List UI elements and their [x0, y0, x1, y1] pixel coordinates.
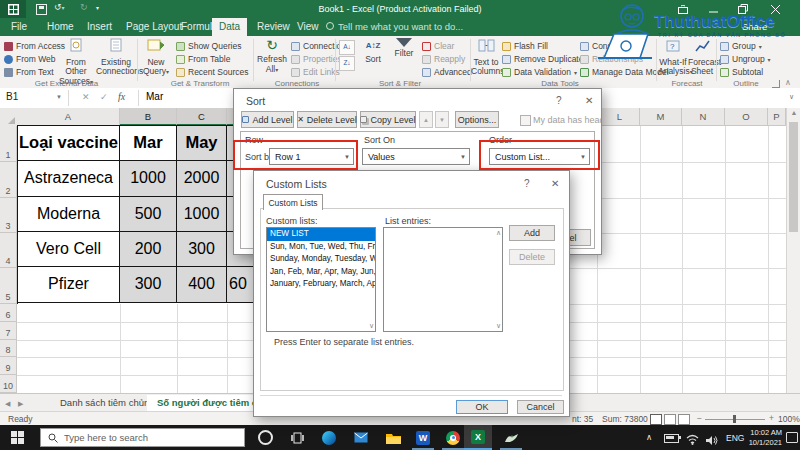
- name-box-dropdown-icon[interactable]: ▼: [56, 94, 62, 100]
- file-explorer-icon[interactable]: [378, 425, 408, 450]
- from-web-button[interactable]: From Web: [4, 53, 56, 65]
- cell-b5[interactable]: 300: [120, 267, 177, 303]
- col-header-a[interactable]: A: [17, 108, 120, 126]
- cell-a4[interactable]: Vero Cell: [18, 232, 120, 267]
- help-icon[interactable]: ?: [524, 179, 530, 189]
- tab-file[interactable]: File: [4, 18, 34, 36]
- bird-app-icon[interactable]: [496, 425, 526, 450]
- edit-links-button[interactable]: Edit Links: [291, 66, 340, 78]
- row-header-4[interactable]: 4: [0, 233, 17, 268]
- scroll-down-icon[interactable]: ∨: [369, 321, 374, 331]
- cell-c4[interactable]: 300: [177, 232, 227, 267]
- zoom-out-icon[interactable]: −: [697, 413, 702, 423]
- from-text-button[interactable]: From Text: [4, 66, 54, 78]
- cell-a5[interactable]: Pfizer: [18, 267, 120, 303]
- col-header-l[interactable]: L: [600, 108, 640, 126]
- tray-expand-icon[interactable]: ∧: [646, 432, 652, 442]
- undo-icon[interactable]: ↺▾: [54, 2, 65, 12]
- copy-level-button[interactable]: Copy Level: [360, 111, 416, 128]
- row-header-2[interactable]: 2: [0, 162, 17, 198]
- list-item-new-list[interactable]: NEW LIST: [267, 228, 375, 241]
- ribbon-display-options-icon[interactable]: [668, 0, 698, 18]
- sort-az-icon[interactable]: A↓: [339, 40, 355, 55]
- minimize-icon[interactable]: [698, 0, 728, 18]
- restore-icon[interactable]: [728, 0, 758, 18]
- text-to-columns-button[interactable]: Text to Columns: [471, 38, 501, 77]
- sort-on-dropdown[interactable]: Values▼: [362, 148, 470, 165]
- sheet-nav-right-icon[interactable]: ▶: [18, 399, 23, 409]
- ok-button[interactable]: OK: [456, 400, 508, 414]
- my-data-has-headers-checkbox[interactable]: [520, 115, 531, 126]
- dialog-launcher-icon[interactable]: [772, 80, 780, 88]
- sort-za-icon[interactable]: Z↓: [339, 56, 355, 71]
- sheet-nav-left-icon[interactable]: ◀: [5, 399, 10, 409]
- help-icon[interactable]: ?: [556, 96, 562, 106]
- cell-b1-active[interactable]: Mar: [120, 126, 177, 161]
- cell-a2[interactable]: Astrazeneca: [18, 161, 120, 197]
- forecast-sheet-button[interactable]: Forecast Sheet: [688, 38, 716, 77]
- options-button[interactable]: Options...: [455, 111, 499, 128]
- recent-sources-button[interactable]: Recent Sources: [176, 66, 248, 78]
- mail-icon[interactable]: [346, 425, 376, 450]
- view-page-break-icon[interactable]: [678, 414, 690, 425]
- relationships-button[interactable]: Relationships: [580, 53, 643, 65]
- volume-icon[interactable]: [706, 432, 719, 450]
- insert-function-icon[interactable]: fx: [118, 91, 125, 102]
- add-button[interactable]: Add: [509, 225, 555, 241]
- what-if-analysis-button[interactable]: ?What-If Analysis▾: [658, 38, 688, 78]
- tab-insert[interactable]: Insert: [80, 18, 119, 36]
- task-view-icon[interactable]: [282, 425, 312, 450]
- cancel-button[interactable]: Cancel: [517, 400, 564, 414]
- delete-button[interactable]: Delete: [509, 249, 555, 265]
- row-header-5[interactable]: 5: [0, 268, 17, 304]
- add-level-button[interactable]: Add Level: [241, 111, 294, 128]
- word-icon[interactable]: W: [408, 425, 438, 450]
- row-header-8[interactable]: 8: [0, 340, 17, 357]
- view-page-layout-icon[interactable]: [664, 414, 676, 425]
- action-center-icon[interactable]: [786, 432, 798, 443]
- cell-d5-fragment[interactable]: 60: [227, 267, 253, 303]
- row-header-6[interactable]: 6: [0, 304, 17, 322]
- data-validation-button[interactable]: Data Validation▾: [502, 66, 577, 78]
- move-level-up-button[interactable]: ▲: [419, 111, 433, 128]
- ungroup-button[interactable]: Ungroup▾: [720, 53, 771, 65]
- share-button[interactable]: Share: [742, 18, 767, 36]
- tab-data[interactable]: Data: [212, 18, 247, 36]
- col-header-p[interactable]: P: [768, 108, 786, 126]
- excel-taskbar-active-cell[interactable]: X: [464, 425, 492, 450]
- col-header-c[interactable]: C: [177, 108, 227, 126]
- custom-lists-tab[interactable]: Custom Lists: [263, 194, 323, 210]
- show-queries-button[interactable]: Show Queries: [176, 40, 241, 52]
- view-normal-icon[interactable]: [650, 414, 662, 425]
- cortana-icon[interactable]: [250, 425, 280, 450]
- start-button[interactable]: [2, 425, 32, 450]
- filter-button[interactable]: Filter: [390, 38, 418, 59]
- move-level-down-button[interactable]: ▼: [435, 111, 449, 128]
- cell-a3[interactable]: Moderna: [18, 197, 120, 232]
- remove-duplicates-button[interactable]: Remove Duplicates: [502, 53, 588, 65]
- clock[interactable]: 10:02 AM 10/1/2021: [748, 428, 782, 447]
- close-icon[interactable]: ✕: [551, 179, 559, 189]
- cell-b2[interactable]: 1000: [120, 161, 177, 197]
- collapse-ribbon-icon[interactable]: ∧: [785, 78, 791, 87]
- row-header-1[interactable]: 1: [0, 126, 17, 162]
- col-header-n[interactable]: N: [682, 108, 725, 126]
- scroll-up-icon[interactable]: ▲: [787, 108, 800, 118]
- cell-c3[interactable]: 1000: [177, 197, 227, 232]
- tab-home[interactable]: Home: [40, 18, 81, 36]
- reapply-button[interactable]: Reapply: [422, 53, 465, 65]
- cell-b3[interactable]: 500: [120, 197, 177, 232]
- zoom-in-icon[interactable]: +: [769, 413, 774, 423]
- existing-connections-button[interactable]: Existing Connections: [96, 38, 136, 77]
- col-header-o[interactable]: O: [725, 108, 768, 126]
- expand-formula-bar-icon[interactable]: ∨: [789, 93, 794, 101]
- formula-input[interactable]: Mar: [146, 91, 163, 102]
- custom-lists-listbox[interactable]: NEW LIST Sun, Mon, Tue, Wed, Thu, Fri, S…: [266, 227, 376, 332]
- list-entries-textbox[interactable]: ∧ ∨: [383, 227, 503, 332]
- scroll-up-icon[interactable]: ∧: [496, 228, 501, 238]
- tell-me-box[interactable]: Tell me what you want to do...: [326, 18, 463, 36]
- close-icon[interactable]: [760, 0, 790, 18]
- row-header-10[interactable]: 10: [0, 375, 17, 393]
- consolidate-button[interactable]: Consolidate: [580, 40, 637, 52]
- language-indicator[interactable]: ENG: [726, 433, 744, 443]
